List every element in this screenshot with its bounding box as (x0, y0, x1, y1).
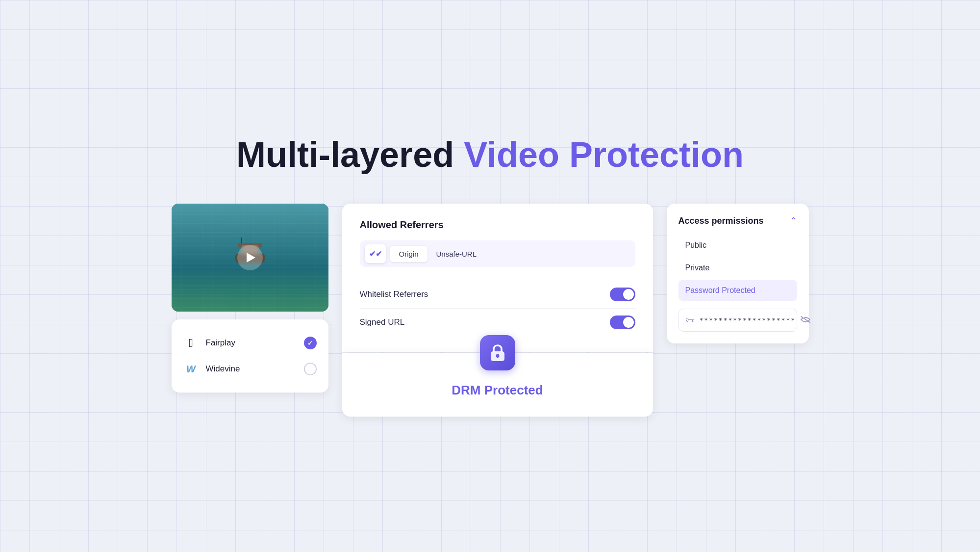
fairplay-item[interactable]:  Fairplay ✓ (183, 330, 317, 356)
password-field[interactable]: 🗝 ******************** (678, 309, 797, 332)
fairplay-left:  Fairplay (183, 335, 235, 351)
whitelist-referrers-row: Whitelist Referrers (360, 281, 635, 309)
tag-check-button[interactable]: ✔✔ (365, 244, 386, 263)
page-title: Multi-layered Video Protection (236, 135, 744, 174)
right-column: Access permissions ⌃ Public Private Pass… (667, 204, 809, 343)
cards-container:  Fairplay ✓ W Widevine (172, 204, 809, 417)
referrer-tags-container: ✔✔ Origin Unsafe-URL (360, 240, 635, 267)
svg-rect-2 (497, 356, 498, 358)
password-protected-option[interactable]: Password Protected (678, 280, 797, 301)
drm-options-card:  Fairplay ✓ W Widevine (172, 319, 328, 393)
apple-icon:  (183, 335, 199, 351)
signed-url-row: Signed URL (360, 309, 635, 336)
chevron-up-icon[interactable]: ⌃ (790, 215, 797, 226)
double-check-icon: ✔✔ (369, 249, 382, 259)
whitelist-toggle[interactable] (610, 288, 635, 301)
key-icon: 🗝 (686, 315, 695, 325)
widevine-icon: W (183, 361, 199, 377)
password-value: ******************** (700, 316, 796, 324)
access-card-header: Access permissions ⌃ (678, 215, 797, 226)
whitelist-label: Whitelist Referrers (360, 289, 428, 299)
widevine-label: Widevine (206, 364, 240, 374)
widevine-item[interactable]: W Widevine (183, 356, 317, 382)
widevine-checkbox[interactable] (304, 363, 317, 375)
video-card[interactable] (172, 204, 328, 312)
middle-column: Allowed Referrers ✔✔ Origin Unsafe-URL W… (342, 204, 653, 417)
access-permissions-card: Access permissions ⌃ Public Private Pass… (667, 204, 809, 343)
widevine-left: W Widevine (183, 361, 240, 377)
drm-protected-text: DRM Protected (452, 383, 543, 398)
title-part2: Video Protection (464, 135, 744, 174)
origin-tag[interactable]: Origin (390, 246, 427, 262)
lock-icon-wrapper (480, 335, 515, 370)
referrers-card: Allowed Referrers ✔✔ Origin Unsafe-URL W… (342, 204, 653, 352)
access-card-title: Access permissions (678, 216, 764, 226)
lock-icon (489, 343, 506, 362)
signed-url-toggle[interactable] (610, 315, 635, 329)
left-column:  Fairplay ✓ W Widevine (172, 204, 328, 393)
page-container: Multi-layered Video Protection (0, 116, 980, 436)
private-option[interactable]: Private (678, 258, 797, 278)
play-icon (247, 253, 255, 263)
public-option[interactable]: Public (678, 235, 797, 256)
unsafe-url-tag[interactable]: Unsafe-URL (427, 246, 486, 262)
drm-protected-card: DRM Protected (342, 353, 653, 417)
referrers-title: Allowed Referrers (360, 219, 635, 231)
fairplay-label: Fairplay (206, 338, 235, 348)
fairplay-checkbox[interactable]: ✓ (304, 337, 317, 349)
check-icon: ✓ (307, 340, 313, 347)
title-part1: Multi-layered (236, 135, 464, 174)
eye-slash-icon[interactable] (801, 316, 810, 325)
signed-url-label: Signed URL (360, 317, 405, 327)
play-button[interactable] (237, 245, 263, 270)
